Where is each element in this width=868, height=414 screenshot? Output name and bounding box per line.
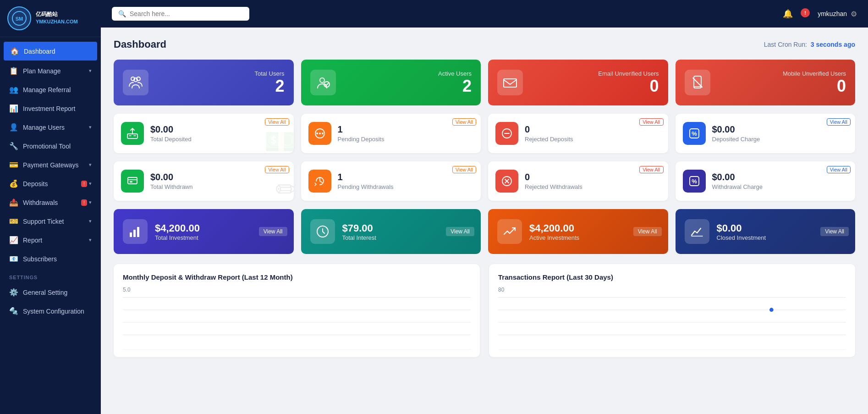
big-card-total-investment: $4,200.00 Total Investment View All: [114, 209, 294, 254]
arrow-icon: ▾: [89, 68, 92, 74]
sidebar-item-promotional-tool[interactable]: 🔧 Promotional Tool: [0, 137, 101, 155]
sidebar-brand: 亿码酷站 YMKUZHAN.COM: [36, 11, 78, 25]
sidebar-label-promotional-tool: Promotional Tool: [23, 143, 92, 150]
stat-card-active-users-body: Active Users 2: [344, 70, 472, 95]
deposits-badge: !: [81, 181, 87, 187]
sidebar-item-system-config[interactable]: 🔩 System Configuration: [0, 302, 101, 320]
sidebar-item-plan-manage[interactable]: 📋 Plan Manage ▾: [0, 61, 101, 80]
svg-rect-33: [137, 227, 139, 237]
sidebar-label-general-setting: General Setting: [23, 289, 92, 296]
svg-text:%: %: [692, 130, 697, 137]
system-config-icon: 🔩: [9, 307, 17, 315]
withdrawals-badge: !: [81, 199, 87, 206]
stat-card-active-users: Active Users 2: [301, 60, 481, 105]
search-icon: 🔍: [118, 10, 126, 17]
sidebar-item-general-setting[interactable]: ⚙️ General Setting: [0, 283, 101, 302]
transactions-chart-title: Transactions Report (Last 30 Days): [498, 273, 846, 281]
total-withdrawn-viewall[interactable]: View All: [265, 166, 289, 173]
topbar-user[interactable]: ymkuzhan ⚙: [818, 10, 857, 18]
decor-total-deposited: 💵: [264, 125, 294, 153]
pending-withdrawals-value: 1: [338, 172, 474, 182]
mini-card-pending-deposits-body: 1 Pending Deposits: [338, 124, 474, 143]
mini-card-total-withdrawn: $0.00 Total Withdrawn View All ✏: [114, 161, 294, 201]
topbar: 🔍 🔔 ! ymkuzhan ⚙: [101, 0, 868, 28]
logo-icon: SM: [7, 6, 31, 30]
big-card-closed-investment: $0.00 Closed Investment View All: [676, 209, 856, 254]
page-header: Dashboard Last Cron Run: 3 seconds ago: [114, 39, 855, 50]
svg-point-7: [320, 78, 324, 83]
monthly-chart-title: Monthly Deposit & Withdraw Report (Last …: [123, 273, 471, 281]
investment-cards-row: $4,200.00 Total Investment View All $79.…: [114, 209, 855, 254]
bell-icon[interactable]: 🔔: [783, 9, 793, 19]
total-deposited-icon: [121, 122, 144, 145]
withdrawal-charge-value: $0.00: [712, 172, 848, 182]
active-investments-viewall[interactable]: View All: [633, 227, 662, 236]
deposited-charge-value: $0.00: [712, 124, 848, 135]
withdrawal-charge-label: Withdrawal Charge: [712, 183, 848, 190]
sidebar-item-subscribers[interactable]: 📧 Subscribers: [0, 249, 101, 268]
withdrawal-charge-viewall[interactable]: View All: [827, 166, 851, 173]
closed-investment-viewall[interactable]: View All: [820, 227, 849, 236]
rejected-withdrawals-viewall[interactable]: View All: [639, 166, 663, 173]
stat-card-email-unverified-body: Email Unverified Users 0: [531, 70, 659, 95]
pending-deposits-viewall[interactable]: View All: [452, 118, 476, 126]
sidebar-item-manage-users[interactable]: 👤 Manage Users ▾: [0, 118, 101, 137]
pending-withdrawals-icon: [308, 170, 331, 193]
arrow-icon-gateways: ▾: [89, 162, 92, 168]
total-investment-icon: [123, 219, 148, 244]
cron-value: 3 seconds ago: [811, 41, 855, 48]
arrow-icon-deposits: ▾: [89, 181, 92, 187]
arrow-icon-users: ▾: [89, 124, 92, 130]
sidebar-item-dashboard[interactable]: 🏠 Dashboard: [4, 42, 97, 61]
stat-email-unverified-label: Email Unverified Users: [531, 70, 659, 77]
stat-card-mobile-unverified: Mobile Unverified Users 0: [676, 60, 856, 105]
topbar-right: 🔔 ! ymkuzhan ⚙: [783, 8, 857, 20]
notification-button[interactable]: !: [800, 8, 810, 20]
withdrawal-charge-icon: %: [683, 170, 706, 193]
mini-card-withdrawal-charge: % $0.00 Withdrawal Charge View All: [676, 161, 856, 201]
svg-text:%: %: [692, 178, 697, 185]
total-deposited-viewall[interactable]: View All: [265, 118, 289, 126]
stat-total-users-label: Total Users: [157, 70, 285, 77]
big-card-active-investments: $4,200.00 Active Investments View All: [488, 209, 668, 254]
sidebar-label-plan-manage: Plan Manage: [23, 67, 89, 75]
content-area: Dashboard Last Cron Run: 3 seconds ago: [101, 28, 868, 414]
deposited-charge-icon: %: [683, 122, 706, 145]
arrow-icon-support: ▾: [89, 218, 92, 224]
rejected-deposits-icon: [495, 122, 518, 145]
dashboard-icon: 🏠: [10, 47, 18, 55]
search-box[interactable]: 🔍: [112, 7, 249, 21]
deposited-charge-label: Deposited Charge: [712, 136, 848, 143]
sidebar-item-manage-referral[interactable]: 👥 Manage Referral: [0, 80, 101, 99]
monthly-chart-area: [123, 295, 471, 350]
sidebar-item-investment-report[interactable]: 📊 Investment Report: [0, 99, 101, 118]
total-investment-viewall[interactable]: View All: [259, 227, 287, 236]
page-title: Dashboard: [114, 39, 166, 50]
pending-withdrawals-viewall[interactable]: View All: [452, 166, 476, 173]
sidebar-item-report[interactable]: 📈 Report ▾: [0, 231, 101, 249]
sidebar-item-deposits[interactable]: 💰 Deposits ! ▾: [0, 174, 101, 193]
sidebar-label-report: Report: [23, 237, 89, 244]
sidebar-item-support-ticket[interactable]: 🎫 Support Ticket ▾: [0, 212, 101, 231]
sidebar-logo: SM 亿码酷站 YMKUZHAN.COM: [0, 0, 101, 37]
deposited-charge-viewall[interactable]: View All: [827, 118, 851, 126]
mini-card-pending-withdrawals: 1 Pending Withdrawals View All: [301, 161, 481, 201]
search-input[interactable]: [130, 10, 243, 17]
stat-total-users-value: 2: [157, 77, 285, 95]
closed-investment-icon: [685, 219, 709, 244]
total-withdrawn-icon: [121, 170, 144, 193]
rejected-deposits-viewall[interactable]: View All: [639, 118, 663, 126]
total-interest-icon: [310, 219, 335, 244]
transactions-chart-y-label: 80: [498, 287, 846, 293]
sidebar-item-payment-gateways[interactable]: 💳 Payment Gateways ▾: [0, 155, 101, 174]
mini-card-pending-withdrawals-body: 1 Pending Withdrawals: [338, 172, 474, 190]
sidebar-item-withdrawals[interactable]: 📤 Withdrawals ! ▾: [0, 193, 101, 212]
svg-rect-31: [130, 232, 132, 237]
cron-label: Last Cron Run:: [764, 41, 807, 48]
manage-referral-icon: 👥: [9, 85, 17, 94]
total-users-icon: [123, 70, 148, 95]
support-ticket-icon: 🎫: [9, 217, 17, 226]
total-interest-viewall[interactable]: View All: [446, 227, 474, 236]
user-avatar-icon: ⚙: [851, 10, 857, 18]
total-withdrawn-value: $0.00: [150, 172, 286, 182]
